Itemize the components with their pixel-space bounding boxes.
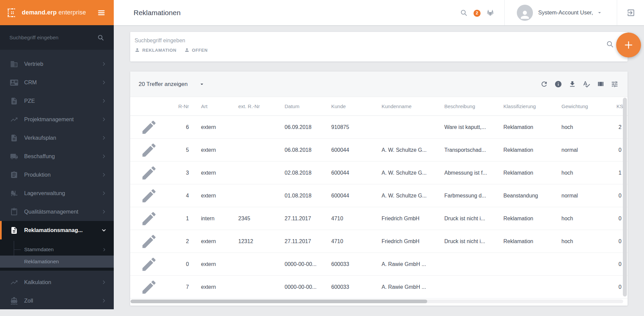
- sidebar-item-produktion[interactable]: Produktion: [0, 166, 114, 184]
- sidebar-item-reklamationsmanag[interactable]: Reklamationsmanag...: [0, 221, 114, 239]
- pencil-icon[interactable]: [140, 164, 158, 182]
- row-actions: [130, 233, 158, 250]
- info-icon[interactable]: [554, 80, 562, 88]
- cell-beschreibung: Ware ist kaputt,...: [442, 124, 501, 130]
- chevron-right-icon: [101, 280, 106, 285]
- sidebar-item-beschaffung[interactable]: Beschaffung: [0, 147, 114, 166]
- add-button[interactable]: [616, 33, 641, 57]
- pencil-icon[interactable]: [140, 233, 158, 250]
- sidebar-subitem-label: Reklamationen: [24, 259, 106, 265]
- header-cell-datum[interactable]: Datum: [282, 103, 329, 109]
- header-cell-klassifizierung[interactable]: Klassifizierung: [501, 103, 559, 109]
- ship-icon: [10, 297, 18, 305]
- sidebar-item-verkaufsplan[interactable]: Verkaufsplan: [0, 129, 114, 147]
- tune-icon[interactable]: [611, 80, 618, 88]
- person-icon: [184, 47, 190, 53]
- table-header-row: R-NrArtext. R.-NrDatumKundeKundennameBes…: [130, 97, 628, 116]
- user-menu[interactable]: System-Account User,: [538, 9, 593, 16]
- sidebar-item-vertrieb[interactable]: Vertrieb: [0, 55, 114, 73]
- main-content: REKLAMATIONOFFEN 20 Treffer anzeigen R-N…: [114, 25, 644, 316]
- pencil-icon[interactable]: [140, 210, 158, 227]
- menu-icon[interactable]: [97, 8, 106, 17]
- chevron-right-icon: [101, 117, 106, 122]
- cell-klassifizierung: Beanstandung: [501, 193, 559, 199]
- sidebar-item-label: Reklamationsmanag...: [24, 227, 101, 233]
- cell-r-nr: 6: [158, 124, 193, 130]
- table-row: 3extern02.08.2018600044A. W. Schultze G.…: [130, 162, 628, 184]
- cell-klassifizierung: Reklamation: [501, 147, 559, 153]
- pencil-icon[interactable]: [140, 187, 158, 205]
- header-cell-beschreibung[interactable]: Beschreibung: [442, 103, 501, 109]
- pencil-icon[interactable]: [140, 256, 158, 273]
- cell-kunde: 600044: [329, 193, 379, 199]
- spellcheck-icon[interactable]: [583, 80, 590, 88]
- cell-gewichtung: normal: [559, 147, 604, 153]
- document-icon: [10, 226, 18, 234]
- cell-art: extern: [193, 238, 235, 244]
- cell-kunde: 910875: [329, 124, 379, 130]
- search-icon[interactable]: [606, 40, 614, 48]
- logout-icon[interactable]: [627, 8, 635, 17]
- header-cell-kundenname[interactable]: Kundenname: [379, 103, 442, 109]
- sidebar-subitem-stammdaten[interactable]: Stammdaten: [0, 243, 114, 256]
- header-cell-gewichtung[interactable]: Gewichtung: [559, 103, 604, 109]
- view-column-icon[interactable]: [597, 80, 604, 88]
- page-size-select[interactable]: 20 Treffer anzeigen: [139, 81, 205, 88]
- clipboard-icon: [10, 208, 18, 216]
- filter-chip-offen[interactable]: OFFEN: [184, 47, 208, 53]
- cell-beschreibung: Farbmessung d...: [442, 193, 501, 199]
- header-cell-kunde[interactable]: Kunde: [329, 103, 379, 109]
- chevron-down-icon[interactable]: [596, 9, 603, 16]
- header-cell-ext-r-nr[interactable]: ext. R.-Nr: [235, 103, 282, 109]
- sidebar-item-crm[interactable]: CRM: [0, 73, 114, 92]
- vertical-scrollbar[interactable]: [623, 98, 627, 297]
- filter-chip-reklamation[interactable]: REKLAMATION: [135, 47, 177, 53]
- chevron-right-icon: [101, 298, 106, 303]
- caret-down-icon: [199, 81, 205, 87]
- header-cell-r-nr[interactable]: R-Nr: [158, 103, 193, 109]
- search-input[interactable]: [135, 36, 564, 46]
- sidebar-subitem-reklamationen[interactable]: Reklamationen: [0, 256, 114, 268]
- sidebar-item-pze[interactable]: PZE: [0, 92, 114, 110]
- divider: [617, 0, 617, 25]
- cell-datum: 06.08.2018: [282, 147, 329, 153]
- sidebar-submenu: StammdatenReklamationen: [0, 239, 114, 268]
- sidebar-search-input[interactable]: Suchbegriff eingeben: [0, 25, 114, 50]
- row-actions: [130, 210, 158, 227]
- cell-klassifizierung: Reklamation: [501, 170, 559, 176]
- sidebar-item-label: Beschaffung: [24, 153, 101, 160]
- avatar[interactable]: [517, 5, 533, 21]
- gitlab-icon[interactable]: [486, 9, 494, 17]
- cell-kundenname: A. W. Schultze G...: [379, 147, 442, 153]
- sidebar-item-projektmanagement[interactable]: Projektmanagement: [0, 110, 114, 129]
- pencil-icon[interactable]: [140, 278, 158, 296]
- results-table-card: 20 Treffer anzeigen R-NrArtext. R.-NrDat…: [130, 72, 628, 306]
- chevron-right-icon: [101, 98, 106, 103]
- row-actions: [130, 187, 158, 205]
- search-icon[interactable]: [97, 34, 104, 41]
- pencil-icon[interactable]: [140, 141, 158, 159]
- cell-art: extern: [193, 193, 235, 199]
- cell-datum: 27.11.2017: [282, 238, 329, 244]
- sidebar-item-label: CRM: [24, 79, 101, 86]
- refresh-icon[interactable]: [540, 80, 548, 88]
- pencil-icon[interactable]: [140, 119, 158, 136]
- header-cell-art[interactable]: Art: [193, 103, 235, 109]
- cell-art: extern: [193, 147, 235, 153]
- sidebar-item-lagerverwaltung[interactable]: Lagerverwaltung: [0, 184, 114, 202]
- sidebar-item-label: Vertrieb: [24, 61, 101, 67]
- cell-kunde: 4710: [329, 216, 379, 222]
- sidebar-item-kalkulation[interactable]: Kalkulation: [0, 273, 114, 291]
- search-panel: REKLAMATIONOFFEN: [130, 32, 628, 61]
- search-icon[interactable]: [460, 9, 468, 17]
- download-icon[interactable]: [568, 80, 576, 88]
- sidebar-item-zoll[interactable]: Zoll: [0, 291, 114, 310]
- table-scroll-area: R-NrArtext. R.-NrDatumKundeKundennameBes…: [130, 97, 628, 305]
- app-root: { "brand": { "bold": "demand.erp", "ligh…: [0, 0, 644, 316]
- cell-klassifizierung: Reklamation: [501, 216, 559, 222]
- cell-art: extern: [193, 124, 235, 130]
- sidebar: demand.erp enterprise Suchbegriff eingeb…: [0, 0, 114, 309]
- cell-datum: 0000-00-00...: [282, 284, 329, 290]
- horizontal-scrollbar[interactable]: [131, 300, 427, 303]
- sidebar-item-qualit-tsmanagement[interactable]: Qualitätsmanagement: [0, 202, 114, 221]
